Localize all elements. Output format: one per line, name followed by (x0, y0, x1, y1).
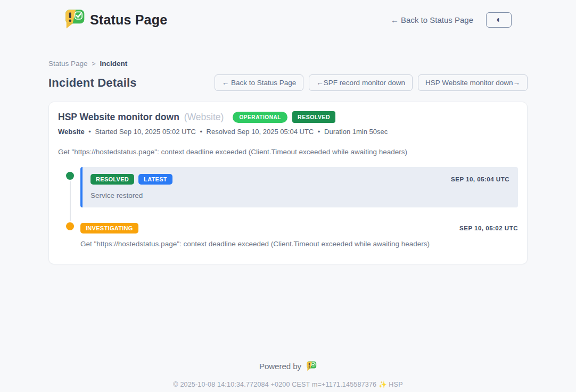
page-title: Incident Details (48, 76, 137, 90)
breadcrumb-incident: Incident (100, 60, 128, 68)
incident-component: (Website) (184, 112, 224, 123)
status-page-logo-icon[interactable] (306, 361, 317, 371)
header: Status Page hosted ← Back to Status Page… (0, 0, 576, 31)
main-content: Status Page > Incident Incident Details … (48, 31, 528, 264)
incident-meta: Website • Started Sep 10, 2025 05:02 UTC… (58, 128, 518, 136)
next-incident-button[interactable]: HSP Website monitor down→ (418, 74, 528, 91)
incident-nav-buttons: ← Back to Status Page ←SPF record monito… (215, 74, 528, 91)
powered-by: Powered by (259, 361, 317, 371)
status-page-logo-icon (63, 8, 85, 31)
timeline-dot-orange (66, 222, 74, 230)
incident-card: HSP Website monitor down (Website) OPERA… (48, 102, 528, 264)
operational-status-badge: OPERATIONAL (233, 112, 287, 123)
timeline-message: Get "https://hostedstatus.page": context… (80, 240, 518, 248)
latest-badge: LATEST (138, 174, 172, 185)
powered-by-label: Powered by (259, 362, 301, 371)
breadcrumb-status-page[interactable]: Status Page (48, 60, 88, 68)
prev-incident-button[interactable]: ←SPF record monitor down (309, 74, 413, 91)
back-to-status-page-button[interactable]: ← Back to Status Page (215, 74, 304, 91)
breadcrumb: Status Page > Incident (48, 60, 528, 68)
timeline-message: Service restored (90, 191, 509, 199)
timeline-update-card: RESOLVED LATEST SEP 10, 05:04 UTC Servic… (80, 167, 518, 207)
status-page-logo[interactable]: Status Page hosted (63, 8, 169, 31)
resolved-badge: RESOLVED (90, 174, 134, 185)
resolved-state-badge: RESOLVED (292, 111, 335, 123)
investigating-badge: INVESTIGATING (80, 223, 138, 233)
half-circle-theme-icon: ◐ (496, 15, 501, 24)
timeline-entry-resolved: RESOLVED LATEST SEP 10, 05:04 UTC Servic… (58, 167, 518, 207)
timeline-dot-green (66, 172, 74, 180)
header-back-link[interactable]: ← Back to Status Page (391, 15, 473, 24)
meta-duration: Duration 1min 50sec (324, 128, 388, 136)
theme-toggle-button[interactable]: ◐ (486, 12, 512, 28)
incident-timeline: RESOLVED LATEST SEP 10, 05:04 UTC Servic… (58, 167, 518, 248)
timeline-entry-investigating: INVESTIGATING SEP 10, 05:02 UTC Get "htt… (58, 223, 518, 248)
timeline-update-plain: INVESTIGATING SEP 10, 05:02 UTC Get "htt… (80, 223, 518, 248)
meta-started: Started Sep 10, 2025 05:02 UTC (95, 128, 195, 136)
meta-resolved: Resolved Sep 10, 2025 05:04 UTC (207, 128, 314, 136)
timeline-timestamp: SEP 10, 05:04 UTC (451, 176, 509, 182)
incident-description: Get "https://hostedstatus.page": context… (58, 148, 518, 156)
incident-title: HSP Website monitor down (58, 112, 179, 123)
footer: Powered by © 2025-10-08 14:10:34.772084 … (0, 361, 576, 388)
logo-brand-text: Status Page (90, 12, 169, 28)
timeline-timestamp: SEP 10, 05:02 UTC (459, 225, 518, 231)
meta-component: Website (58, 128, 85, 136)
breadcrumb-separator: > (92, 60, 96, 68)
copyright-line: © 2025-10-08 14:10:34.772084 +0200 CEST … (0, 380, 576, 388)
